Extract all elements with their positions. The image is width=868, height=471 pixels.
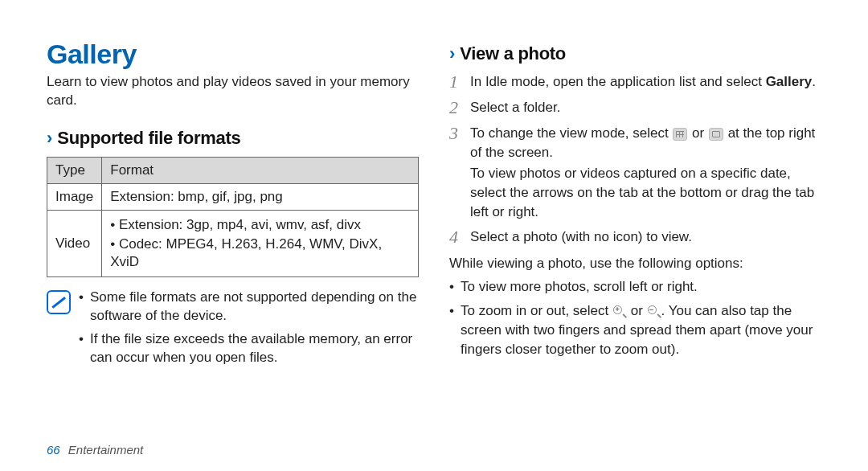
section-name: Entertainment bbox=[68, 443, 143, 457]
option-text: or bbox=[627, 303, 647, 318]
rect-view-icon bbox=[709, 128, 723, 141]
step-extra-paragraph: To view photos or videos captured on a s… bbox=[470, 164, 821, 221]
page-title: Gallery bbox=[47, 39, 419, 70]
note-icon bbox=[47, 290, 71, 314]
step-text: To change the view mode, select bbox=[470, 125, 672, 141]
zoom-in-icon: + bbox=[613, 305, 626, 318]
video-format-item: Codec: MPEG4, H.263, H.264, WMV, DivX, X… bbox=[110, 235, 410, 272]
step-text: In Idle mode, open the application list … bbox=[470, 74, 766, 89]
intro-text: Learn to view photos and play videos sav… bbox=[47, 73, 419, 110]
step-text: . bbox=[812, 74, 816, 89]
step-4: 4 Select a photo (with no icon) to view. bbox=[449, 227, 821, 247]
subheading-view-photo: › View a photo bbox=[449, 43, 821, 64]
table-row: Video Extension: 3gp, mp4, avi, wmv, asf… bbox=[47, 210, 419, 276]
step-number: 3 bbox=[449, 124, 464, 221]
step-number: 1 bbox=[449, 72, 464, 92]
subheading-text: Supported file formats bbox=[57, 128, 240, 149]
table-row: Image Extension: bmp, gif, jpg, png bbox=[47, 183, 419, 210]
step-number: 2 bbox=[449, 98, 464, 117]
chevron-icon: › bbox=[449, 45, 455, 63]
page-footer: 66 Entertainment bbox=[47, 443, 143, 457]
cell-type-image: Image bbox=[47, 183, 102, 210]
cell-format-video: Extension: 3gp, mp4, avi, wmv, asf, divx… bbox=[102, 210, 419, 276]
step-body: To change the view mode, select or at th… bbox=[470, 124, 821, 221]
step-1: 1 In Idle mode, open the application lis… bbox=[449, 72, 821, 92]
step-body: Select a photo (with no icon) to view. bbox=[470, 227, 821, 247]
options-list: To view more photos, scroll left or righ… bbox=[449, 277, 821, 358]
left-column: Gallery Learn to view photos and play vi… bbox=[47, 39, 419, 372]
video-format-item: Extension: 3gp, mp4, avi, wmv, asf, divx bbox=[110, 215, 410, 235]
subheading-text: View a photo bbox=[460, 43, 566, 64]
cell-type-video: Video bbox=[47, 210, 102, 276]
file-formats-table: Type Format Image Extension: bmp, gif, j… bbox=[47, 157, 419, 277]
after-steps-text: While viewing a photo, use the following… bbox=[449, 254, 821, 273]
note-item: Some file formats are not supported depe… bbox=[79, 289, 419, 326]
subheading-supported-formats: › Supported file formats bbox=[47, 128, 419, 149]
note-item: If the file size exceeds the available m… bbox=[79, 330, 419, 367]
step-3: 3 To change the view mode, select or at … bbox=[449, 124, 821, 221]
option-item: To zoom in or out, select + or –. You ca… bbox=[449, 301, 821, 358]
right-column: › View a photo 1 In Idle mode, open the … bbox=[449, 39, 821, 372]
step-body: Select a folder. bbox=[470, 98, 821, 117]
option-item: To view more photos, scroll left or righ… bbox=[449, 277, 821, 297]
note-block: Some file formats are not supported depe… bbox=[47, 289, 419, 372]
table-header-row: Type Format bbox=[47, 157, 419, 183]
step-body: In Idle mode, open the application list … bbox=[470, 72, 821, 92]
grid-view-icon bbox=[673, 128, 687, 141]
step-text: Select a photo (with no icon) to view. bbox=[470, 229, 692, 244]
th-type: Type bbox=[47, 157, 102, 183]
step-2: 2 Select a folder. bbox=[449, 98, 821, 117]
step-number: 4 bbox=[449, 227, 464, 247]
chevron-icon: › bbox=[47, 129, 52, 147]
note-list: Some file formats are not supported depe… bbox=[79, 289, 419, 372]
step-text: or bbox=[688, 125, 708, 141]
step-text: Select a folder. bbox=[470, 100, 560, 115]
option-text: To zoom in or out, select bbox=[461, 303, 612, 318]
page-number: 66 bbox=[47, 443, 60, 457]
step-bold: Gallery bbox=[766, 74, 813, 89]
th-format: Format bbox=[102, 157, 419, 183]
zoom-out-icon: – bbox=[648, 305, 661, 318]
cell-format-image: Extension: bmp, gif, jpg, png bbox=[102, 183, 419, 210]
